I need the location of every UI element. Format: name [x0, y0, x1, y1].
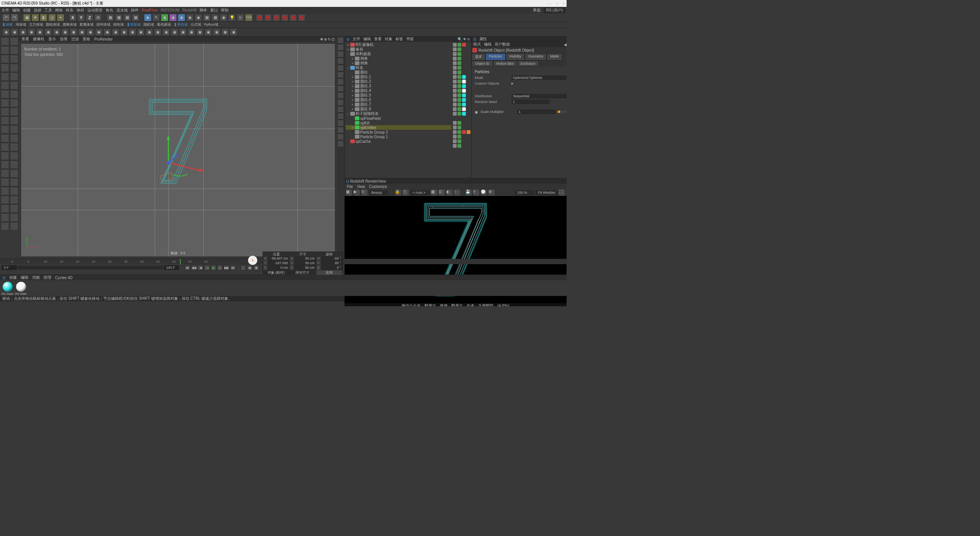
sec-tool-24[interactable]: ◉ — [204, 28, 212, 36]
ft-5[interactable]: 胶囊体域 — [80, 22, 93, 27]
rv-expand-icon[interactable]: ⛶ — [559, 190, 565, 196]
left-tool-13[interactable] — [10, 90, 18, 98]
sec-tool-12[interactable]: ◉ — [103, 28, 111, 36]
left-tool-22[interactable] — [1, 134, 9, 142]
ft-4[interactable]: 圆锥体域 — [63, 22, 77, 27]
rv-refresh-button[interactable]: ↻ — [361, 190, 368, 196]
left-tool-15[interactable] — [10, 99, 18, 107]
sec-tool-20[interactable]: ◉ — [171, 28, 178, 36]
undo-button[interactable]: ↶ — [2, 14, 10, 21]
bulb-icon[interactable]: 💡 — [228, 14, 236, 21]
tag-row-18[interactable] — [453, 125, 470, 130]
attr-mode[interactable]: 模式 — [473, 42, 481, 47]
rs-dot-3[interactable] — [273, 14, 280, 21]
goto-start-button[interactable]: ⏮ — [185, 265, 190, 271]
tag-row-16[interactable] — [453, 116, 470, 121]
sec-tool-9[interactable]: ◉ — [78, 28, 86, 36]
ft-1[interactable]: 球体域 — [16, 22, 26, 27]
tag-row-19[interactable] — [453, 130, 470, 134]
left-tool-16[interactable] — [1, 108, 9, 116]
left-tool-26[interactable] — [1, 152, 9, 160]
left-tool-40[interactable] — [1, 213, 9, 222]
tab-objectid[interactable]: Object ID — [472, 60, 493, 67]
om-file[interactable]: 文件 — [353, 36, 360, 42]
vp-panel[interactable]: 面板 — [83, 36, 90, 42]
left-tool-30[interactable] — [1, 169, 9, 178]
rv-lock-icon[interactable]: 🔒 — [395, 190, 401, 196]
sec-tool-26[interactable]: ◉ — [221, 28, 229, 36]
left-tool-34[interactable] — [1, 187, 9, 195]
left-tool-12[interactable] — [1, 90, 9, 98]
prev-key-button[interactable]: ◀◀ — [191, 265, 197, 271]
attr-val-seed[interactable]: 1 — [511, 100, 550, 104]
menu-mograph[interactable]: 运动图形 — [87, 8, 103, 13]
spline-pen-button[interactable]: ✎ — [152, 14, 160, 21]
move-gizmo[interactable] — [168, 163, 222, 216]
tag-row-10[interactable] — [453, 88, 470, 93]
tag-row-0[interactable] — [453, 42, 470, 47]
tree-row-15[interactable]: −粒子跟随样条 — [346, 111, 451, 116]
tag-row-15[interactable] — [453, 111, 470, 116]
play-forward-button[interactable]: ▶ — [211, 265, 216, 271]
rv-compare-icon[interactable]: ◐ — [446, 190, 452, 196]
om-bookmarks[interactable]: 书签 — [406, 36, 414, 42]
coord-mode-select[interactable]: 对象 (相对) — [263, 270, 289, 275]
material-1[interactable]: RS Mate — [15, 282, 27, 296]
mid-tool-10[interactable] — [337, 106, 344, 113]
menu-insydium[interactable]: INSYDIUM — [161, 8, 180, 12]
menu-select[interactable]: 选择 — [34, 8, 41, 13]
ft-create[interactable]: ▍创建 — [2, 22, 13, 27]
autokey-button[interactable]: ◉ — [247, 265, 253, 271]
om-menu-icon[interactable]: ≡ — [467, 37, 470, 41]
record-button[interactable]: ● — [240, 265, 246, 271]
rv-play-button[interactable]: ▶ — [354, 190, 360, 196]
left-tool-24[interactable] — [1, 143, 9, 151]
left-tool-32[interactable] — [1, 178, 9, 186]
sec-tool-19[interactable]: ◉ — [162, 28, 170, 36]
tag-row-20[interactable] — [453, 134, 470, 139]
sec-tool-7[interactable]: ◉ — [61, 28, 69, 36]
y-axis-button[interactable]: Y — [77, 14, 85, 21]
mid-tool-15[interactable] — [337, 141, 344, 147]
rv-history-icon[interactable]: 🕘 — [481, 190, 487, 196]
sec-tool-11[interactable]: ◉ — [95, 28, 103, 36]
left-tool-9[interactable] — [10, 72, 18, 81]
attr-val-scale[interactable]: 1 — [517, 109, 555, 114]
menu-spline[interactable]: 样条 — [66, 8, 74, 13]
sec-tool-18[interactable]: ◉ — [154, 28, 162, 36]
vp-options[interactable]: 选项 — [60, 36, 67, 42]
menu-volume[interactable]: 体积 — [77, 8, 84, 13]
maximize-button[interactable]: □ — [556, 2, 558, 6]
left-tool-7[interactable] — [10, 64, 18, 72]
tab-particles[interactable]: Particles — [485, 53, 506, 60]
left-tool-8[interactable] — [1, 72, 9, 81]
left-tool-5[interactable] — [10, 55, 18, 63]
rv-view[interactable]: View — [357, 185, 365, 189]
om-tags[interactable]: 标签 — [395, 36, 403, 42]
left-tool-35[interactable] — [10, 187, 18, 195]
ft-3[interactable]: 圆柱体域 — [46, 22, 60, 27]
tag-row-14[interactable] — [453, 107, 470, 111]
left-tool-3[interactable] — [10, 46, 18, 54]
attr-val-dist[interactable]: Sequential — [511, 94, 567, 98]
sec-tool-23[interactable]: ◉ — [196, 28, 204, 36]
attr-scale-slider[interactable] — [558, 111, 567, 113]
sec-tool-5[interactable]: ◉ — [44, 28, 52, 36]
live-select-button[interactable]: ▣ — [23, 14, 31, 21]
left-tool-14[interactable] — [1, 99, 9, 107]
mid-tool-7[interactable] — [337, 85, 344, 92]
mid-tool-8[interactable] — [337, 92, 344, 99]
rv-customize[interactable]: Customize — [369, 185, 387, 189]
left-tool-25[interactable] — [10, 143, 18, 151]
tab-basic[interactable]: 基本 — [472, 53, 485, 60]
sec-tool-3[interactable]: ◉ — [28, 28, 35, 36]
om-search-icon[interactable]: 🔍 — [457, 37, 462, 41]
coord-system-button[interactable]: ⊞ — [94, 14, 102, 21]
tag-row-22[interactable] — [453, 144, 470, 148]
left-tool-23[interactable] — [10, 134, 18, 142]
render-region-button[interactable]: ▦ — [115, 14, 122, 21]
left-tool-20[interactable] — [1, 125, 9, 134]
sec-tool-6[interactable]: ◉ — [53, 28, 60, 36]
z-axis-button[interactable]: Z — [86, 14, 93, 21]
rs-dot-6[interactable] — [298, 14, 305, 21]
